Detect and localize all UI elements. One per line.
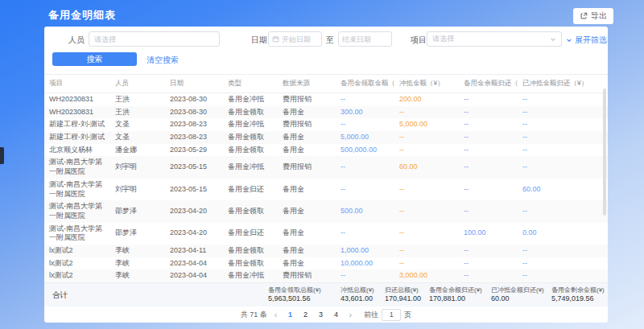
page-button-1[interactable]: 1 <box>285 309 296 320</box>
cell-received: -- <box>336 156 394 178</box>
cell-type: 备用金冲抵 <box>223 93 278 106</box>
cell-offset: -- <box>394 131 459 144</box>
table-row: 测试-南昌大学第一附属医院刘宇明2023-05-15备用金冲抵费用报销--60.… <box>44 156 608 178</box>
summary-item-label: 备用金领取总额(¥) <box>268 286 321 294</box>
cell-date: 2023-05-29 <box>165 144 223 157</box>
cell-offset-returned: -- <box>518 118 608 131</box>
goto-suffix: 页 <box>404 310 411 320</box>
content-card: 人员 日期 至 项目 请选择 展开筛选 <box>44 27 608 323</box>
cell-received: 10,000.00 <box>336 257 394 270</box>
date-end-input[interactable] <box>342 35 388 43</box>
cell-offset-returned: -- <box>518 245 608 257</box>
summary-item-value: 5,749,019.56 <box>551 294 605 304</box>
next-page-icon[interactable]: › <box>348 310 354 319</box>
page-button-2[interactable]: 2 <box>300 309 312 320</box>
cell-offset-returned: 0.00 <box>518 223 608 245</box>
cell-project: 测试-南昌大学第一附属医院 <box>44 223 110 245</box>
cell-source: 备用金 <box>278 106 336 119</box>
summary-bar: 合计 备用金领取总额(¥)5,963,501.56冲抵总额(¥)43,601.0… <box>44 282 608 306</box>
search-button[interactable]: 搜索 <box>52 52 137 66</box>
cell-received: -- <box>336 223 394 245</box>
column-header-2: 日期 <box>165 75 223 93</box>
cell-type: 备用金归还 <box>223 179 278 200</box>
cell-date: 2023-08-30 <box>165 93 223 106</box>
calendar-icon <box>272 35 279 43</box>
clear-search-link[interactable]: 清空搜索 <box>147 55 179 66</box>
cell-offset-returned: -- <box>518 131 608 144</box>
cell-offset: -- <box>394 106 459 119</box>
cell-person: 王洪 <box>110 106 165 119</box>
cell-type: 备用金领取 <box>223 245 278 257</box>
cell-offset-returned: -- <box>518 144 608 157</box>
date-start-picker[interactable] <box>268 31 322 47</box>
cell-project: 新建工程-刘-测试 <box>44 131 110 144</box>
goto-page-input[interactable] <box>382 309 401 321</box>
cell-type: 备用金冲抵 <box>223 118 278 131</box>
page-button-4[interactable]: 4 <box>331 309 342 320</box>
chevron-down-icon <box>550 36 556 43</box>
cell-balance-returned: -- <box>459 269 518 282</box>
cell-received: 500,000.00 <box>336 144 394 157</box>
data-table: 项目人员日期类型数据来源备用金领取金额（¥）冲抵金额（¥）备用金余额归还（¥）已… <box>44 74 608 282</box>
table-row: lx测试2李峡2023-04-04备用金领取备用金10,000.00------ <box>44 257 608 270</box>
cell-project: WH20230831 <box>44 93 110 106</box>
cell-offset: 3,000.00 <box>394 269 459 282</box>
cell-source: 备用金 <box>278 223 336 245</box>
cell-offset-returned: -- <box>518 269 608 282</box>
drawer-handle[interactable] <box>0 147 4 164</box>
cell-offset: -- <box>394 223 459 245</box>
summary-item-value: 170,881.00 <box>429 294 482 304</box>
cell-balance-returned: -- <box>459 144 518 157</box>
cell-project: WH20230831 <box>44 106 110 119</box>
cell-source: 费用报销 <box>278 93 336 106</box>
expand-filters-link[interactable]: 展开筛选 <box>566 35 607 46</box>
export-button[interactable]: 导出 <box>573 8 613 24</box>
cell-offset-returned: -- <box>518 257 608 270</box>
cell-offset-returned: -- <box>518 200 608 222</box>
page-button-3[interactable]: 3 <box>316 309 327 320</box>
cell-project: lx测试2 <box>44 245 110 257</box>
summary-item: 备用金领取总额(¥)5,963,501.56 <box>268 286 321 304</box>
cell-source: 备用金 <box>278 179 336 200</box>
date-end-picker[interactable] <box>338 31 392 47</box>
cell-source: 备用金 <box>278 144 336 157</box>
summary-item: 备用金余额归还(¥)170,881.00 <box>429 286 482 304</box>
export-icon <box>580 12 588 20</box>
column-header-0: 项目 <box>44 75 110 93</box>
cell-type: 备用金领取 <box>223 144 278 157</box>
table-row: 测试-南昌大学第一附属医院邵梦泽2023-04-20备用金归还备用金----10… <box>44 223 608 245</box>
vertical-scrollbar[interactable] <box>603 88 606 216</box>
cell-balance-returned: -- <box>459 118 518 131</box>
summary-item-value: 170,941.00 <box>385 294 421 304</box>
table-row: WH20230831王洪2023-08-30备用金领取备用金300.00----… <box>44 106 608 119</box>
date-start-input[interactable] <box>282 35 318 43</box>
cell-person: 刘宇明 <box>110 156 165 178</box>
person-input[interactable] <box>89 31 220 47</box>
column-header-7: 备用金余额归还（¥） <box>459 75 518 93</box>
cell-date: 2023-05-15 <box>165 156 223 178</box>
cell-offset: -- <box>394 144 459 157</box>
project-select-placeholder: 请选择 <box>432 34 454 44</box>
cell-project: 测试-南昌大学第一附属医院 <box>44 200 110 222</box>
cell-offset-returned: -- <box>518 156 608 178</box>
cell-date: 2023-04-04 <box>165 257 223 270</box>
summary-item: 冲抵总额(¥)43,601.00 <box>341 286 374 304</box>
column-header-5: 备用金领取金额（¥） <box>336 75 394 93</box>
summary-item-label: 备用金余额归还(¥) <box>429 286 482 294</box>
cell-date: 2023-04-11 <box>165 245 223 257</box>
table-row: 北京顺义杨林潘金娜2023-05-29备用金领取备用金500,000.00---… <box>44 144 608 157</box>
total-count: 共 71 条 <box>241 310 267 320</box>
cell-type: 备用金领取 <box>223 200 278 222</box>
cell-person: 李峡 <box>110 245 165 257</box>
cell-offset-returned: -- <box>518 93 608 106</box>
summary-item-value: 43,601.00 <box>341 294 374 304</box>
cell-offset: -- <box>394 179 459 200</box>
cell-received: -- <box>336 269 394 282</box>
prev-page-icon[interactable]: ‹ <box>273 310 279 319</box>
cell-project: lx测试2 <box>44 257 110 270</box>
total-row-label: 合计 <box>52 290 68 301</box>
table-row: lx测试2李峡2023-04-04备用金冲抵费用报销--3,000.00---- <box>44 269 608 282</box>
project-select[interactable]: 请选择 <box>427 31 562 47</box>
cell-date: 2023-08-23 <box>165 118 223 131</box>
project-label: 项目 <box>411 35 427 46</box>
